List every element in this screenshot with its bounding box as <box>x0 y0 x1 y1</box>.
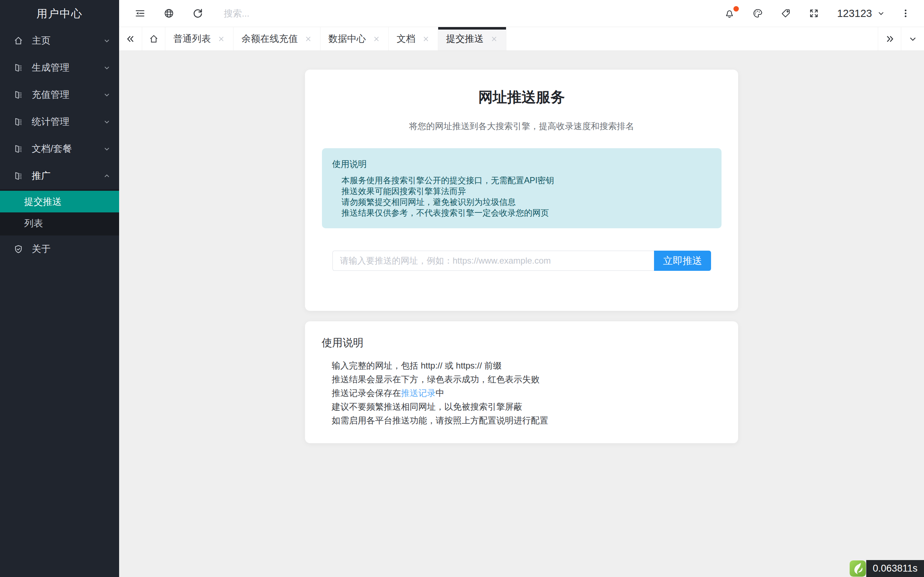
home-icon <box>13 35 24 46</box>
notice-line: 推送结果仅供参考，不代表搜索引擎一定会收录您的网页 <box>341 207 711 218</box>
scroll-tabs-left-icon[interactable] <box>119 27 142 50</box>
chevron-down-icon <box>102 145 111 153</box>
sidebar-item-generate[interactable]: 生成管理 <box>0 54 119 81</box>
sidebar-item-label: 推广 <box>32 169 50 182</box>
chevron-down-icon <box>102 36 111 45</box>
notice-heading: 使用说明 <box>332 158 711 170</box>
chevron-down-icon <box>102 63 111 72</box>
tab-balance-recharge[interactable]: 余额在线充值 <box>234 27 320 50</box>
flame-logo-icon[interactable] <box>849 560 866 577</box>
sidebar-item-label: 生成管理 <box>32 61 69 74</box>
module-icon <box>13 171 24 181</box>
help-line: 建议不要频繁推送相同网址，以免被搜索引擎屏蔽 <box>332 400 722 414</box>
tab-data-center[interactable]: 数据中心 <box>320 27 389 50</box>
push-history-link[interactable]: 推送记录 <box>401 388 436 398</box>
home-tab-icon[interactable] <box>142 27 165 50</box>
sidebar-item-recharge[interactable]: 充值管理 <box>0 81 119 108</box>
app-title: 用户中心 <box>0 0 119 27</box>
close-icon[interactable] <box>304 35 312 43</box>
sidebar-item-about[interactable]: 关于 <box>0 235 119 263</box>
chevron-down-icon <box>876 9 886 18</box>
sidebar-subitem-submit-push[interactable]: 提交推送 <box>0 191 119 213</box>
palette-icon[interactable] <box>752 8 763 19</box>
tabbar-spacer <box>506 27 878 50</box>
chevron-down-icon <box>102 118 111 126</box>
sidebar-item-label: 关于 <box>32 243 50 255</box>
page-subtitle: 将您的网址推送到各大搜索引擎，提高收录速度和搜索排名 <box>305 121 738 132</box>
refresh-icon[interactable] <box>192 8 204 19</box>
sidebar-item-home[interactable]: 主页 <box>0 27 119 54</box>
topbar-actions: 123123 <box>707 8 911 19</box>
module-icon <box>13 116 24 127</box>
sidebar-item-label: 文档/套餐 <box>32 142 72 155</box>
bell-icon[interactable] <box>724 8 735 19</box>
module-icon <box>13 62 24 73</box>
notice-line: 请勿频繁提交相同网址，避免被识别为垃圾信息 <box>341 197 711 207</box>
module-icon <box>13 89 24 100</box>
tab-options-icon[interactable] <box>901 27 924 50</box>
exec-time: 0.063811s <box>866 560 924 577</box>
usage-notice-box: 使用说明 本服务使用各搜索引擎公开的提交接口，无需配置API密钥 推送效果可能因… <box>322 148 722 228</box>
sidebar-item-statistics[interactable]: 统计管理 <box>0 108 119 135</box>
sidebar-item-label: 主页 <box>32 34 50 47</box>
sidebar-subitem-label: 列表 <box>24 218 43 229</box>
help-card: 使用说明 输入完整的网址，包括 http:// 或 https:// 前缀 推送… <box>305 321 738 443</box>
tabbar: 普通列表 余额在线充值 数据中心 文档 提交推送 <box>119 27 924 51</box>
help-heading: 使用说明 <box>321 337 722 349</box>
sidebar-item-label: 统计管理 <box>32 115 69 128</box>
notice-line: 推送效果可能因搜索引擎算法而异 <box>341 186 711 197</box>
sidebar-subitem-list[interactable]: 列表 <box>0 213 119 234</box>
tab-submit-push[interactable]: 提交推送 <box>438 27 506 50</box>
sidebar-submenu: 提交推送 列表 <box>0 189 119 235</box>
fullscreen-icon[interactable] <box>808 8 820 19</box>
submit-push-button[interactable]: 立即推送 <box>654 251 711 271</box>
tab-normal-list[interactable]: 普通列表 <box>165 27 234 50</box>
notice-line: 本服务使用各搜索引擎公开的提交接口，无需配置API密钥 <box>341 175 711 186</box>
user-menu[interactable]: 123123 <box>837 8 886 19</box>
main-content: 网址推送服务 将您的网址推送到各大搜索引擎，提高收录速度和搜索排名 使用说明 本… <box>119 51 924 577</box>
push-url-row: 立即推送 <box>333 251 711 271</box>
topbar: 123123 <box>119 0 924 27</box>
help-line: 推送记录会保存在推送记录中 <box>332 386 722 400</box>
help-line: 如需启用各平台推送功能，请按照上方配置说明进行配置 <box>332 414 722 427</box>
push-service-card: 网址推送服务 将您的网址推送到各大搜索引擎，提高收录速度和搜索排名 使用说明 本… <box>305 69 738 311</box>
scroll-tabs-right-icon[interactable] <box>878 27 901 50</box>
push-url-input[interactable] <box>333 251 654 271</box>
sidebar: 用户中心 主页 生成管理 充值管理 统计管理 <box>0 0 119 577</box>
shield-check-icon <box>13 244 24 255</box>
sidebar-item-docs-packages[interactable]: 文档/套餐 <box>0 135 119 162</box>
sidebar-item-label: 充值管理 <box>32 89 69 101</box>
tag-icon[interactable] <box>780 8 792 19</box>
fold-sidebar-icon[interactable] <box>134 8 146 19</box>
close-icon[interactable] <box>373 35 380 43</box>
close-icon[interactable] <box>217 35 225 43</box>
sidebar-item-promotion[interactable]: 推广 <box>0 162 119 189</box>
chevron-down-icon <box>102 90 111 99</box>
kebab-menu-icon[interactable] <box>900 8 911 19</box>
help-line: 推送结果会显示在下方，绿色表示成功，红色表示失败 <box>332 372 722 386</box>
close-icon[interactable] <box>490 35 498 43</box>
notice-lines: 本服务使用各搜索引擎公开的提交接口，无需配置API密钥 推送效果可能因搜索引擎算… <box>332 175 711 218</box>
page-title: 网址推送服务 <box>305 89 738 106</box>
sidebar-subitem-label: 提交推送 <box>24 196 62 207</box>
help-lines: 输入完整的网址，包括 http:// 或 https:// 前缀 推送结果会显示… <box>321 359 722 427</box>
chevron-up-icon <box>102 172 111 180</box>
globe-icon[interactable] <box>163 8 175 19</box>
notification-dot <box>733 6 739 11</box>
help-line: 输入完整的网址，包括 http:// 或 https:// 前缀 <box>332 359 722 372</box>
tab-docs[interactable]: 文档 <box>389 27 438 50</box>
search-input[interactable] <box>224 8 707 19</box>
trace-badge: 0.063811s <box>849 560 924 577</box>
close-icon[interactable] <box>422 35 430 43</box>
username: 123123 <box>837 8 872 19</box>
module-icon <box>13 143 24 154</box>
sidebar-menu: 主页 生成管理 充值管理 统计管理 <box>0 27 119 263</box>
